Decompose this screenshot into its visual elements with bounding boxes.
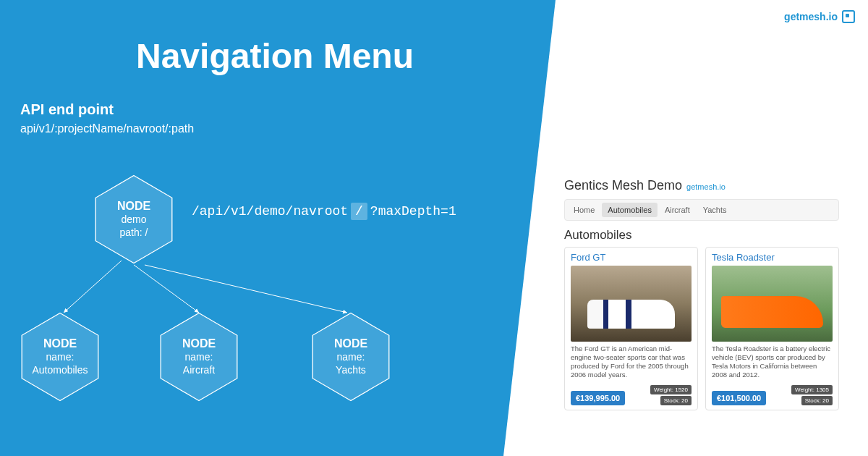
card-title[interactable]: Tesla Roadster (712, 252, 833, 263)
endpoint-query: ?maxDepth=1 (370, 204, 456, 219)
node-label: NODE (182, 337, 216, 350)
api-endpoint-block: API end point api/v1/:projectName/navroo… (20, 101, 194, 135)
node-line2: Yachts (336, 363, 366, 376)
card-description: The Ford GT is an American mid-engine tw… (571, 345, 692, 379)
card-description: The Tesla Roadster is a battery electric… (712, 345, 833, 379)
tab-yachts[interactable]: Yachts (697, 203, 733, 217)
demo-link[interactable]: getmesh.io (686, 182, 726, 191)
demo-preview: Gentics Mesh Demo getmesh.io Home Automo… (557, 172, 846, 418)
node-child-yachts: NODE name: Yachts (311, 311, 391, 402)
tab-aircraft[interactable]: Aircraft (659, 203, 696, 217)
node-root: NODE demo path: / (94, 174, 174, 265)
page-title: Navigation Menu (0, 36, 550, 76)
node-line2: Automobiles (32, 363, 88, 376)
card-title[interactable]: Ford GT (571, 252, 692, 263)
node-label: NODE (43, 337, 77, 350)
node-line2: path: / (120, 226, 148, 239)
demo-section-heading: Automobiles (557, 227, 846, 247)
node-line1: name: (337, 350, 365, 363)
api-path-template: api/v1/:projectName/navroot/:path (20, 122, 194, 135)
node-line1: name: (46, 350, 75, 363)
endpoint-pre: /api/v1/demo/navroot (192, 204, 348, 219)
weight-badge: Weight: 1520 (650, 385, 692, 394)
card-price: €101,500.00 (712, 391, 766, 405)
stock-badge: Stock: 20 (660, 396, 692, 405)
brand-mark-icon (842, 10, 855, 23)
node-child-aircraft: NODE name: Aircraft (159, 311, 239, 402)
api-label: API end point (20, 101, 194, 118)
brand-logo: getmesh.io (784, 10, 855, 23)
demo-title: Gentics Mesh Demo (564, 178, 682, 193)
endpoint-example: /api/v1/demo/navroot / ?maxDepth=1 (192, 203, 456, 220)
card-ford-gt: Ford GT The Ford GT is an American mid-e… (564, 247, 698, 410)
stock-badge: Stock: 20 (801, 396, 833, 405)
endpoint-slash-highlight: / (351, 203, 367, 220)
card-image-tesla-roadster (712, 266, 833, 342)
node-child-automobiles: NODE name: Automobiles (20, 311, 100, 402)
card-price: €139,995.00 (571, 391, 625, 405)
node-line2: Aircraft (183, 363, 215, 376)
demo-tabs: Home Automobiles Aircraft Yachts (564, 199, 839, 221)
card-image-ford-gt (571, 266, 692, 342)
node-line1: demo (121, 213, 146, 226)
node-label: NODE (117, 200, 150, 213)
node-label: NODE (334, 337, 367, 350)
tab-automobiles[interactable]: Automobiles (602, 203, 658, 217)
card-tesla-roadster: Tesla Roadster The Tesla Roadster is a b… (705, 247, 839, 410)
tab-home[interactable]: Home (568, 203, 600, 217)
weight-badge: Weight: 1305 (791, 385, 833, 394)
brand-text: getmesh.io (784, 11, 838, 22)
node-line1: name: (185, 350, 213, 363)
